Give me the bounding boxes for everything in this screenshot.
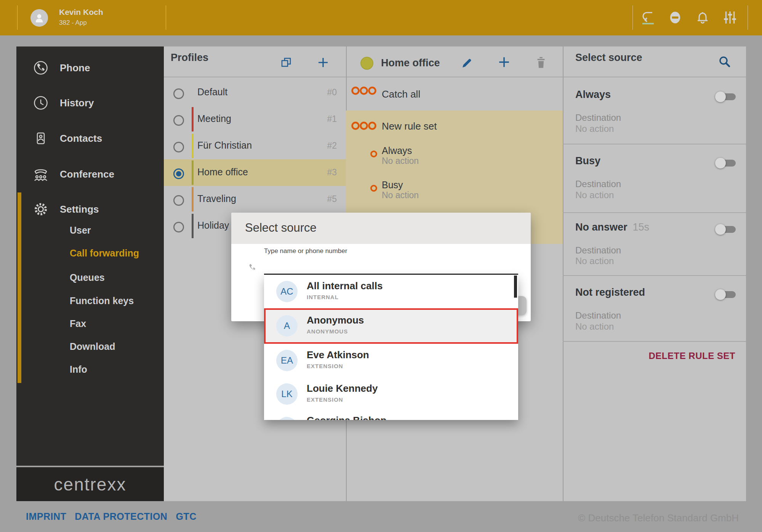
- profile-row-default[interactable]: Default #0: [164, 79, 346, 106]
- destination-value[interactable]: No action: [575, 123, 614, 134]
- radio-home-office[interactable]: [173, 168, 184, 179]
- duplicate-profile-icon[interactable]: [280, 56, 292, 70]
- source-search-input[interactable]: [264, 258, 494, 274]
- sidebar-item-call-forwarding[interactable]: Call forwarding: [70, 248, 139, 259]
- sidebar-item-history[interactable]: History: [60, 97, 94, 109]
- profile-color-bar: [192, 214, 194, 238]
- sidebar-item-conference[interactable]: Conference: [60, 168, 114, 180]
- sidebar-item-function-keys[interactable]: Function keys: [70, 295, 134, 306]
- gtc-link[interactable]: GTC: [176, 511, 196, 522]
- history-icon: [33, 95, 48, 112]
- centrexx-logo: centrexx: [54, 474, 126, 495]
- section-always-label: Always: [575, 89, 611, 101]
- edit-profile-icon[interactable]: [460, 56, 473, 70]
- app-window: Kevin Koch 382 - App Phone History Conta…: [0, 0, 762, 532]
- add-rule-set-icon[interactable]: [498, 56, 511, 70]
- radio-traveling[interactable]: [173, 195, 184, 206]
- imprint-link[interactable]: IMPRINT: [26, 511, 66, 522]
- contact-type: ANONYMOUS: [307, 328, 348, 335]
- add-profile-icon[interactable]: [317, 56, 329, 70]
- contact-type: EXTENSION: [307, 396, 343, 403]
- profile-name: Home office: [197, 167, 248, 178]
- profile-row-home-office[interactable]: Home office #3: [164, 159, 346, 186]
- notifications-bell-icon[interactable]: [693, 8, 712, 27]
- destination-value[interactable]: No action: [575, 321, 614, 332]
- call-forward-icon[interactable]: [639, 8, 657, 27]
- rule-chain-icon: [351, 86, 377, 95]
- section-not-registered-label: Not registered: [575, 287, 645, 298]
- search-icon[interactable]: [718, 55, 732, 70]
- detail-title: Select source: [575, 52, 642, 64]
- sidebar-item-download[interactable]: Download: [70, 341, 115, 352]
- subrule-dot-icon: [370, 150, 378, 158]
- profile-number: #3: [327, 167, 337, 178]
- do-not-disturb-icon[interactable]: [666, 8, 684, 27]
- contact-option-eve-atkinson[interactable]: EA Eve Atkinson EXTENSION: [264, 344, 518, 377]
- data-protection-link[interactable]: DATA PROTECTION: [75, 511, 167, 522]
- subrule-busy[interactable]: Busy No action: [346, 177, 563, 210]
- destination-value[interactable]: No action: [575, 190, 614, 200]
- sidebar-item-contacts[interactable]: Contacts: [60, 133, 102, 144]
- delete-profile-trash-icon[interactable]: [535, 56, 547, 71]
- section-divider: [563, 275, 746, 276]
- rule-row-catch-all[interactable]: Catch all: [346, 77, 563, 111]
- contact-option-all-internal-calls[interactable]: AC All internal calls INTERNAL: [264, 275, 518, 308]
- subrule-action: No action: [382, 156, 419, 166]
- destination-label: Destination: [575, 245, 621, 256]
- sidebar-item-queues[interactable]: Queues: [70, 272, 105, 283]
- delete-rule-set-button[interactable]: DELETE RULE SET: [610, 351, 735, 361]
- section-divider: [563, 341, 746, 342]
- contact-option-georgina-bishop[interactable]: Georgina Bishop: [264, 411, 518, 420]
- section-no-answer-label: No answer15s: [575, 221, 649, 233]
- section-divider: [563, 144, 746, 144]
- contact-option-louie-kennedy[interactable]: LK Louie Kennedy EXTENSION: [264, 377, 518, 411]
- dropdown-scrollbar[interactable]: [514, 276, 517, 298]
- profile-row-meeting[interactable]: Meeting #1: [164, 106, 346, 133]
- sidebar-item-fax[interactable]: Fax: [70, 318, 86, 329]
- modal-header: Select source: [231, 213, 531, 244]
- user-icon: [34, 12, 45, 24]
- contact-name: Anonymous: [307, 314, 364, 326]
- radio-fuer-christian[interactable]: [173, 142, 184, 152]
- radio-meeting[interactable]: [173, 115, 184, 126]
- no-answer-timeout[interactable]: 15s: [633, 221, 650, 233]
- profile-row-fuer-christian[interactable]: Für Christian #2: [164, 133, 346, 159]
- subrule-action: No action: [382, 190, 419, 200]
- avatar[interactable]: [30, 9, 48, 27]
- subrule-always[interactable]: Always No action: [346, 143, 563, 175]
- radio-holiday[interactable]: [173, 222, 184, 232]
- contact-option-anonymous[interactable]: A Anonymous ANONYMOUS: [264, 308, 518, 344]
- contact-type: EXTENSION: [307, 363, 343, 369]
- rule-row-label: New rule set: [382, 120, 437, 132]
- not-registered-toggle[interactable]: [715, 289, 736, 300]
- destination-label: Destination: [575, 310, 621, 321]
- subrule-dot-icon: [370, 184, 378, 192]
- settings-sliders-icon[interactable]: [721, 8, 739, 27]
- rule-row-new-rule-set[interactable]: New rule set: [346, 111, 563, 145]
- conference-icon: [32, 167, 49, 183]
- profile-number: #2: [327, 141, 337, 151]
- logo-block: centrexx: [16, 467, 164, 501]
- phone-icon: [33, 60, 48, 77]
- radio-default[interactable]: [173, 88, 184, 99]
- profile-color-bar: [192, 187, 194, 212]
- section-busy-label: Busy: [575, 155, 600, 167]
- contact-name: Louie Kennedy: [307, 383, 378, 394]
- contact-avatar: [276, 417, 298, 420]
- copyright-text: © Deutsche Telefon Standard GmbH: [533, 512, 739, 524]
- no-answer-toggle[interactable]: [715, 224, 736, 235]
- sidebar-item-phone[interactable]: Phone: [60, 62, 90, 74]
- rule-row-label: Catch all: [382, 88, 420, 100]
- contact-name: Eve Atkinson: [307, 349, 369, 361]
- profile-row-traveling[interactable]: Traveling #5: [164, 186, 346, 213]
- contact-name: All internal calls: [307, 280, 383, 292]
- topbar-divider: [166, 5, 166, 30]
- sidebar-item-user[interactable]: User: [70, 225, 91, 236]
- busy-toggle[interactable]: [715, 158, 736, 168]
- profile-color-dot: [360, 57, 373, 70]
- destination-value[interactable]: No action: [575, 256, 614, 266]
- always-toggle[interactable]: [715, 91, 736, 102]
- sidebar-item-settings[interactable]: Settings: [60, 204, 99, 215]
- profile-name: Traveling: [197, 193, 236, 204]
- sidebar-item-info[interactable]: Info: [70, 364, 87, 375]
